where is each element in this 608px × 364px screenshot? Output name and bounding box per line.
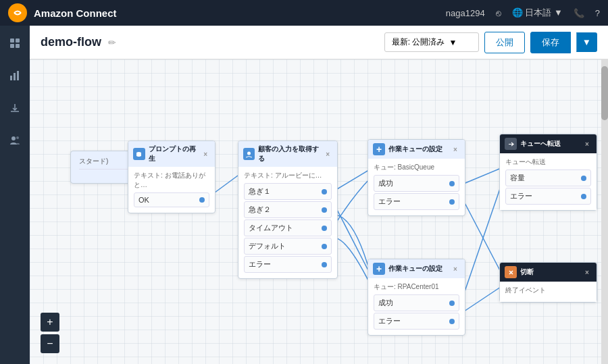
logout-icon[interactable]: ⎋	[496, 8, 501, 18]
language-selector[interactable]: 🌐 日本語 ▼	[512, 7, 563, 19]
header: Amazon Connect naga1294 ⎋ 🌐 日本語 ▼ 📞 ?	[0, 0, 608, 26]
app-logo	[8, 3, 27, 22]
app-title: Amazon Connect	[34, 7, 117, 19]
header-left: Amazon Connect	[8, 3, 117, 22]
svg-point-0	[11, 7, 24, 19]
help-icon[interactable]: ?	[595, 8, 600, 18]
phone-icon[interactable]: 📞	[574, 8, 584, 18]
username[interactable]: naga1294	[446, 8, 485, 18]
header-right: naga1294 ⎋ 🌐 日本語 ▼ 📞 ?	[446, 7, 600, 19]
